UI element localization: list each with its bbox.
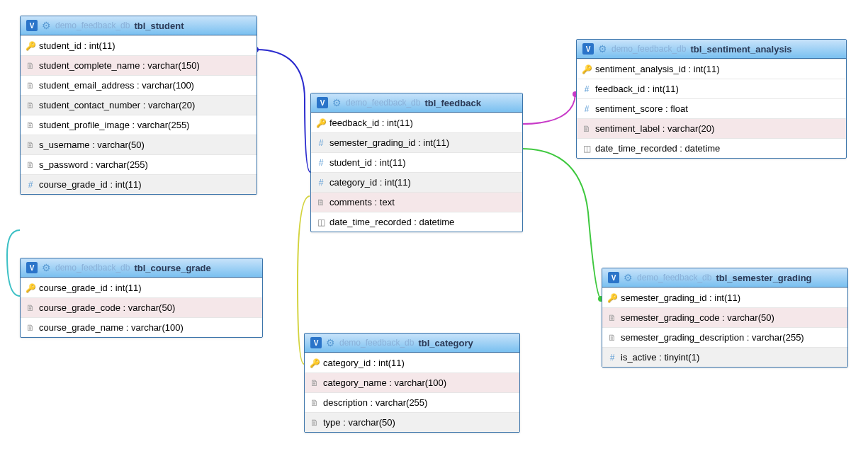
- db-label: demo_feedback_db: [55, 263, 130, 273]
- column-row[interactable]: 🔑sentiment_analysis_id : int(11): [577, 59, 846, 79]
- column-row[interactable]: #feedback_id : int(11): [577, 79, 846, 98]
- text-col-icon: 🗎: [582, 124, 591, 134]
- column-def: category_id : int(11): [323, 358, 405, 368]
- table-sentiment-analysis[interactable]: V ⚙ demo_feedback_db tbl_sentiment_analy…: [576, 39, 847, 159]
- table-header[interactable]: V ⚙ demo_feedback_db tbl_feedback: [311, 93, 522, 113]
- table-header[interactable]: V ⚙ demo_feedback_db tbl_semester_gradin…: [602, 268, 847, 288]
- text-col-icon: 🗎: [310, 418, 319, 428]
- index-icon: #: [582, 84, 591, 94]
- view-icon: V: [310, 337, 322, 348]
- column-row[interactable]: 🗎semester_grading_description : varchar(…: [602, 327, 847, 347]
- column-def: comments : text: [329, 197, 395, 207]
- table-category[interactable]: V ⚙ demo_feedback_db tbl_category 🔑categ…: [304, 333, 520, 433]
- index-icon: #: [26, 180, 35, 190]
- column-row[interactable]: 🗎student_contact_number : varchar(20): [21, 95, 257, 115]
- gear-icon[interactable]: ⚙: [42, 262, 51, 273]
- column-row[interactable]: 🔑feedback_id : int(11): [311, 113, 522, 132]
- gear-icon[interactable]: ⚙: [42, 20, 51, 31]
- column-row[interactable]: 🗎description : varchar(255): [305, 392, 519, 412]
- column-def: category_id : int(11): [329, 177, 411, 188]
- column-list: 🔑sentiment_analysis_id : int(11)#feedbac…: [577, 59, 846, 158]
- column-def: course_grade_id : int(11): [39, 283, 142, 293]
- column-row[interactable]: 🗎student_email_address : varchar(100): [21, 75, 257, 95]
- table-name: tbl_feedback: [424, 98, 480, 108]
- column-row[interactable]: #sentiment_score : float: [577, 98, 846, 118]
- gear-icon[interactable]: ⚙: [624, 272, 633, 283]
- primary-key-icon: 🔑: [26, 283, 35, 293]
- column-row[interactable]: 🗎s_username : varchar(50): [21, 135, 257, 154]
- table-semester-grading[interactable]: V ⚙ demo_feedback_db tbl_semester_gradin…: [602, 268, 848, 368]
- table-course-grade[interactable]: V ⚙ demo_feedback_db tbl_course_grade 🔑c…: [20, 258, 263, 338]
- index-icon: #: [317, 138, 325, 148]
- column-row[interactable]: 🗎comments : text: [311, 192, 522, 212]
- index-icon: #: [317, 178, 325, 188]
- column-row[interactable]: #is_active : tinyint(1): [602, 347, 847, 367]
- column-def: student_email_address : varchar(100): [39, 80, 194, 91]
- column-def: s_password : varchar(255): [39, 159, 148, 170]
- view-icon: V: [317, 97, 328, 108]
- column-def: semester_grading_id : int(11): [329, 137, 449, 148]
- column-def: feedback_id : int(11): [595, 84, 679, 94]
- text-col-icon: 🗎: [26, 323, 35, 333]
- column-row[interactable]: 🗎category_name : varchar(100): [305, 372, 519, 392]
- table-header[interactable]: V ⚙ demo_feedback_db tbl_category: [305, 334, 519, 353]
- db-label: demo_feedback_db: [611, 44, 686, 54]
- column-def: type : varchar(50): [323, 417, 395, 428]
- datetime-icon: ◫: [317, 217, 325, 227]
- column-row[interactable]: 🔑student_id : int(11): [21, 35, 257, 55]
- primary-key-icon: 🔑: [26, 41, 35, 51]
- column-row[interactable]: 🗎course_grade_name : varchar(100): [21, 317, 262, 337]
- gear-icon[interactable]: ⚙: [598, 43, 607, 55]
- column-def: feedback_id : int(11): [329, 118, 413, 128]
- table-name: tbl_semester_grading: [716, 273, 811, 283]
- primary-key-icon: 🔑: [582, 64, 591, 74]
- db-label: demo_feedback_db: [55, 21, 130, 30]
- column-def: s_username : varchar(50): [39, 140, 145, 150]
- column-row[interactable]: 🔑course_grade_id : int(11): [21, 278, 262, 297]
- column-row[interactable]: ◫date_time_recorded : datetime: [577, 138, 846, 158]
- column-row[interactable]: 🗎semester_grading_code : varchar(50): [602, 307, 847, 327]
- column-row[interactable]: 🗎type : varchar(50): [305, 412, 519, 432]
- gear-icon[interactable]: ⚙: [332, 97, 342, 108]
- column-row[interactable]: #semester_grading_id : int(11): [311, 132, 522, 152]
- column-row[interactable]: ◫date_time_recorded : datetime: [311, 212, 522, 232]
- table-student[interactable]: V ⚙ demo_feedback_db tbl_student 🔑studen…: [20, 16, 257, 195]
- column-row[interactable]: 🗎student_profile_image : varchar(255): [21, 115, 257, 135]
- column-row[interactable]: 🗎sentiment_label : varchar(20): [577, 118, 846, 138]
- column-row[interactable]: #course_grade_id : int(11): [21, 174, 257, 194]
- column-list: 🔑category_id : int(11)🗎category_name : v…: [305, 353, 519, 432]
- column-def: sentiment_analysis_id : int(11): [595, 64, 720, 74]
- column-row[interactable]: 🗎s_password : varchar(255): [21, 154, 257, 174]
- text-col-icon: 🗎: [26, 101, 35, 110]
- table-header[interactable]: V ⚙ demo_feedback_db tbl_course_grade: [21, 258, 262, 278]
- column-row[interactable]: 🗎student_complete_name : varchar(150): [21, 55, 257, 75]
- text-col-icon: 🗎: [608, 333, 616, 343]
- table-name: tbl_category: [418, 338, 473, 348]
- table-name: tbl_sentiment_analysis: [690, 44, 791, 55]
- primary-key-icon: 🔑: [608, 293, 616, 303]
- gear-icon[interactable]: ⚙: [326, 337, 335, 348]
- text-col-icon: 🗎: [608, 313, 616, 323]
- column-row[interactable]: 🔑category_id : int(11): [305, 353, 519, 372]
- index-icon: #: [582, 104, 591, 114]
- column-def: student_id : int(11): [39, 40, 115, 51]
- column-def: sentiment_label : varchar(20): [595, 123, 714, 134]
- index-icon: #: [317, 158, 325, 168]
- table-header[interactable]: V ⚙ demo_feedback_db tbl_sentiment_analy…: [577, 40, 846, 59]
- text-col-icon: 🗎: [26, 120, 35, 130]
- column-def: course_grade_id : int(11): [39, 179, 142, 190]
- column-row[interactable]: #student_id : int(11): [311, 152, 522, 172]
- text-col-icon: 🗎: [26, 140, 35, 150]
- table-feedback[interactable]: V ⚙ demo_feedback_db tbl_feedback 🔑feedb…: [310, 93, 523, 232]
- table-header[interactable]: V ⚙ demo_feedback_db tbl_student: [21, 16, 257, 35]
- column-row[interactable]: 🗎course_grade_code : varchar(50): [21, 297, 262, 317]
- column-row[interactable]: #category_id : int(11): [311, 172, 522, 192]
- text-col-icon: 🗎: [310, 378, 319, 388]
- column-def: category_name : varchar(100): [323, 377, 446, 388]
- text-col-icon: 🗎: [26, 81, 35, 91]
- column-def: course_grade_name : varchar(100): [39, 322, 184, 333]
- text-col-icon: 🗎: [317, 198, 325, 207]
- view-icon: V: [26, 20, 38, 31]
- column-def: semester_grading_description : varchar(2…: [621, 332, 804, 343]
- column-row[interactable]: 🔑semester_grading_id : int(11): [602, 288, 847, 307]
